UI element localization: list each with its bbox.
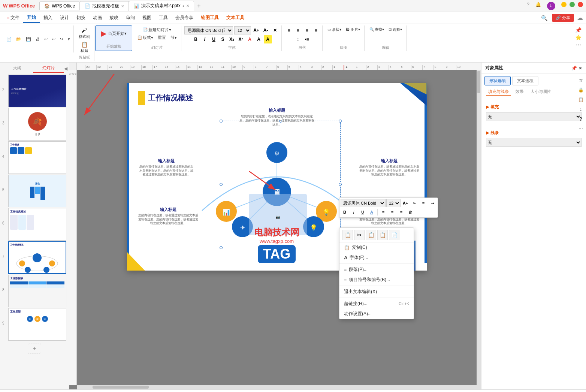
menu-start[interactable]: 开始 xyxy=(23,13,40,23)
panel-close-button[interactable]: ✕ xyxy=(579,66,582,71)
ctx-paragraph[interactable]: ≡ 段落(P)... xyxy=(339,265,414,275)
slides-tab[interactable]: 幻灯片 xyxy=(33,64,64,73)
ctx-exit-edit[interactable]: 退出文本编辑(X) xyxy=(339,287,414,297)
slide-view[interactable]: 工作情况概述 输入标题 xyxy=(77,70,477,385)
ribbon-open[interactable]: 📂 xyxy=(14,36,23,42)
ft-increase-btn[interactable]: A+ xyxy=(401,199,410,207)
slide-thumb-6[interactable]: 工作情况概述 xyxy=(8,208,66,241)
maximize-button[interactable] xyxy=(570,2,575,7)
ft-indent-btn[interactable]: ⇥ xyxy=(428,199,437,207)
ft-size-select[interactable]: 12 xyxy=(386,199,401,207)
slide-thumb-5[interactable]: 蓝色 xyxy=(8,175,66,207)
handle-bm[interactable] xyxy=(279,246,282,249)
slide-thumb-8[interactable]: 工作数据表 xyxy=(8,275,66,307)
content-box-top[interactable]: 输入标题 您的内容打在这里，或者通过复制您的文本后复制在这里。您的内容打在这里，… xyxy=(239,108,314,127)
ft-align-left-btn[interactable]: ≡ xyxy=(379,208,387,216)
quick-icon-3[interactable]: 📋 xyxy=(577,96,585,103)
quick-icon-4[interactable]: ↕ xyxy=(577,106,585,113)
cloud-save-icon[interactable]: ☁ xyxy=(577,14,583,21)
content-box-right[interactable]: 输入标题 您的内容打在这里，或者通过复制您的文本后复制在这里。您的内容打在这里，… xyxy=(359,158,419,177)
italic-button[interactable]: I xyxy=(201,35,209,43)
ft-delete-btn[interactable]: 🗑 xyxy=(406,208,414,216)
font-color-button[interactable]: A xyxy=(255,35,263,43)
minimize-button[interactable] xyxy=(561,2,567,7)
slide-item-5[interactable]: 5 蓝色 xyxy=(1,175,67,207)
panel-sub-fill-line[interactable]: 填充与线条 xyxy=(486,88,511,96)
tab-template-close[interactable]: ✕ xyxy=(121,4,124,8)
paste-button[interactable]: 📋 粘贴 xyxy=(77,41,92,54)
ft-bold-btn[interactable]: B xyxy=(341,208,349,216)
canvas-scroll[interactable]: 2 3 4 5 6 7 8 9 10 xyxy=(69,70,481,385)
align-right-button[interactable]: ≡ xyxy=(303,26,311,34)
content-box-bottom-left[interactable]: 输入标题 您的内容打在这里，或者通过复制您的文本后复制在这里。您的内容打在这里，… xyxy=(138,207,198,226)
ribbon-save[interactable]: 💾 xyxy=(24,36,33,42)
menu-tools[interactable]: 工具 xyxy=(155,13,172,22)
outline-tab[interactable]: 大纲 xyxy=(1,64,33,73)
bold-button[interactable]: B xyxy=(192,35,200,43)
slide-item-3[interactable]: 3 🍂 目录 xyxy=(1,108,67,141)
more-button[interactable]: ⋯ xyxy=(575,42,582,48)
ctx-action[interactable]: 动作设置(A)... xyxy=(339,309,414,319)
slide-thumb-4[interactable]: 工作概况 xyxy=(8,141,66,174)
menu-view[interactable]: 视图 xyxy=(139,13,155,22)
ctx-bullets[interactable]: ≡ 项目符号和编号(B)... xyxy=(339,275,414,285)
line-section-header[interactable]: ▶ 线条 xyxy=(486,130,582,136)
ctx-copy[interactable]: 📋 复制(C) xyxy=(339,242,414,253)
menu-transition[interactable]: 切换 xyxy=(73,13,89,22)
ribbon-print[interactable]: 🖨 xyxy=(34,36,42,42)
menu-animation[interactable]: 动画 xyxy=(89,13,106,22)
ft-font-select[interactable]: 思源黑体 CN Bold xyxy=(341,199,386,207)
font-name-select[interactable]: 思源黑体 CN Bold (正... xyxy=(184,26,233,34)
font-highlight-button[interactable]: A xyxy=(264,35,272,43)
ribbon-more[interactable]: ▾ xyxy=(66,36,72,42)
add-slide-button[interactable]: + xyxy=(1,344,67,353)
tab-presentation[interactable]: 📊 演示文稿素材2.pptx ● ✕ xyxy=(129,1,194,11)
menu-draw-tools[interactable]: 绘图工具 xyxy=(197,13,223,22)
align-left-button[interactable]: ≡ xyxy=(285,26,293,34)
ctx-paste-icon-2[interactable]: 📋 xyxy=(366,230,376,240)
menu-design[interactable]: 设计 xyxy=(56,13,73,22)
menu-insert[interactable]: 插入 xyxy=(40,13,56,22)
ft-italic-btn[interactable]: I xyxy=(350,208,358,216)
ctx-copy-icon[interactable]: 📄 xyxy=(389,230,399,240)
section-button[interactable]: 节▾ xyxy=(169,34,179,41)
slide-item-2[interactable]: 2 工作总结报告 2023年度 xyxy=(1,75,67,107)
slide-item-8[interactable]: 8 工作数据表 xyxy=(1,275,67,307)
handle-tl[interactable] xyxy=(220,120,223,123)
horizontal-scrollbar[interactable] xyxy=(77,385,481,389)
ribbon-undo[interactable]: ↩ xyxy=(42,36,49,42)
notes-bar[interactable]: 单击此处添加备注 xyxy=(0,389,586,392)
ribbon-undo2[interactable]: ↩ xyxy=(50,36,57,42)
user-avatar[interactable]: U xyxy=(547,2,555,10)
ctx-paste-icon-1[interactable]: 📋 xyxy=(342,230,353,240)
fill-type-select[interactable]: 无 xyxy=(486,112,582,121)
ctx-font[interactable]: A 字体(F)... xyxy=(339,253,414,263)
panel-collapse-button[interactable]: ◀ xyxy=(64,64,67,73)
slide-item-7[interactable]: 7 工作情况概述 xyxy=(1,241,67,274)
handle-bl[interactable] xyxy=(220,246,223,249)
font-decrease-button[interactable]: A- xyxy=(262,26,270,34)
menu-member[interactable]: 会员专享 xyxy=(172,13,197,22)
menu-file[interactable]: ≡ 文件 xyxy=(3,13,23,22)
bullets-button[interactable]: •≡ xyxy=(303,35,311,43)
pin-button[interactable]: 📌 xyxy=(575,27,582,33)
new-slide-button[interactable]: 📑新建幻灯片▾ xyxy=(141,26,173,33)
scrollbar-thumb[interactable] xyxy=(477,71,480,93)
vertical-scrollbar[interactable] xyxy=(477,70,481,385)
font-size-select[interactable]: 12 xyxy=(234,26,251,34)
rotation-handle[interactable] xyxy=(279,117,283,121)
menu-slideshow[interactable]: 放映 xyxy=(106,13,122,22)
quick-icon-5[interactable]: ? xyxy=(577,115,585,123)
ctx-paste-special-icon[interactable]: 📋 xyxy=(377,230,388,240)
font-shadow-button[interactable]: A xyxy=(246,35,254,43)
close-button[interactable] xyxy=(578,2,583,7)
underline-button[interactable]: U xyxy=(210,35,218,43)
ft-list-btn[interactable]: ≡ xyxy=(419,199,428,207)
panel-pin-button[interactable]: 📌 xyxy=(571,66,577,71)
content-box-left[interactable]: 输入标题 您的内容打在这里，或者通过复制您的文本后复制在这里。您的内容打在这里，… xyxy=(138,158,194,177)
panel-sub-size[interactable]: 大小与属性 xyxy=(528,88,553,96)
panel-tab-shape[interactable]: 形状选项 xyxy=(484,76,511,85)
font-increase-button[interactable]: A+ xyxy=(252,26,260,34)
ft-align-right-btn[interactable]: ≡ xyxy=(397,208,405,216)
notification-icon[interactable]: 🔔 xyxy=(535,2,541,10)
